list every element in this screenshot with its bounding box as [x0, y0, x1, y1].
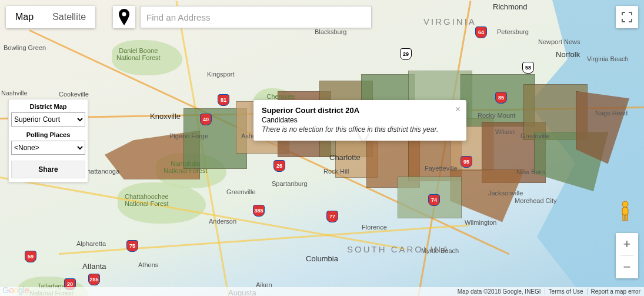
close-icon: ×: [455, 104, 461, 114]
map-footer: Map data ©2018 Google, INEGI Terms of Us…: [0, 287, 644, 296]
polling-places-label: Polling Places: [11, 130, 85, 141]
address-search: [140, 6, 372, 28]
streetview-pegman[interactable]: [618, 201, 632, 222]
share-button[interactable]: Share: [11, 161, 85, 178]
district-map-label: District Map: [11, 102, 85, 112]
svg-rect-2: [622, 207, 628, 215]
info-window-subtitle: Candidates: [262, 116, 458, 124]
report-error-link[interactable]: Report a map error: [587, 288, 644, 295]
svg-rect-3: [623, 215, 625, 221]
zoom-in-button[interactable]: +: [616, 233, 638, 255]
layer-panel: District Map Superior Court Polling Plac…: [8, 99, 88, 182]
pegman-icon: [618, 201, 632, 222]
svg-point-0: [122, 12, 126, 16]
svg-rect-4: [626, 215, 628, 221]
terms-link[interactable]: Terms of Use: [545, 288, 587, 295]
maptype-switch: Map Satellite: [6, 6, 95, 28]
district-map-select[interactable]: Superior Court: [11, 112, 85, 127]
map-data-text: Map data ©2018 Google, INEGI: [454, 288, 545, 295]
polling-places-select[interactable]: <None>: [11, 141, 85, 155]
zoom-out-button[interactable]: −: [616, 256, 638, 278]
map-pin-icon: [118, 9, 130, 25]
maptype-satellite-button[interactable]: Satellite: [43, 6, 95, 28]
maptype-map-button[interactable]: Map: [6, 6, 43, 28]
drop-marker-button[interactable]: [113, 6, 135, 28]
info-window-pointer: [358, 132, 369, 141]
search-input[interactable]: [141, 6, 371, 28]
zoom-controls: + −: [616, 233, 638, 278]
info-window-title: Superior Court district 20A: [262, 106, 458, 115]
fullscreen-button[interactable]: [616, 6, 638, 28]
fullscreen-icon: [622, 12, 632, 22]
info-window-close-button[interactable]: ×: [455, 105, 461, 114]
svg-point-1: [622, 201, 628, 207]
